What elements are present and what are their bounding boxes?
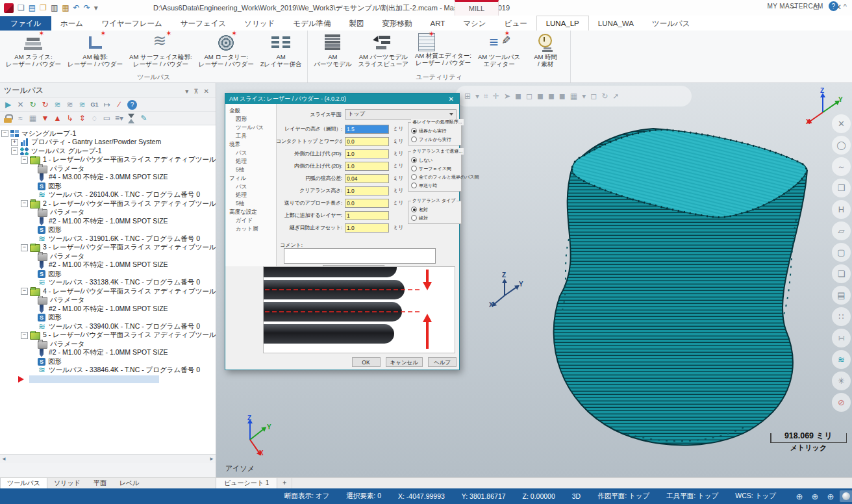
select-assembly-icon[interactable]: ❏ xyxy=(832,264,851,283)
tree-item[interactable]: ≋ツールパス - 33138.4K - T.NC - プログラム番号 0 xyxy=(0,279,216,288)
tree-item[interactable]: #2 - M1.00 不特定 - 1.0MM SPOT SIZE xyxy=(0,349,216,358)
tree-expander[interactable]: − xyxy=(1,130,8,137)
tree-item[interactable]: −ツールパス グループ-1 xyxy=(0,147,216,156)
ribbon-tab-wireframe[interactable]: ワイヤーフレーム xyxy=(92,16,171,31)
ribbon-tab-home[interactable]: ホーム xyxy=(51,16,92,31)
g1-code-icon[interactable]: G1 xyxy=(88,99,101,110)
ribbon-tab-transform[interactable]: 変形移動 xyxy=(373,16,421,31)
select-circle-icon[interactable]: ◯ xyxy=(832,136,851,155)
quick-select-icon[interactable]: ⌗ xyxy=(484,92,488,101)
tree-expander[interactable]: − xyxy=(21,288,28,295)
mastercam-logo[interactable] xyxy=(4,3,14,13)
quick-select-icon[interactable]: ▾ xyxy=(582,92,586,101)
dialog-nav-item[interactable]: ツールパス xyxy=(225,123,276,132)
status-selected-entities[interactable]: 選択要素: 0 xyxy=(346,492,381,501)
quick-select-icon[interactable]: ◼ xyxy=(548,92,555,101)
redo-icon[interactable]: ↷ xyxy=(84,1,90,15)
field-input[interactable] xyxy=(345,186,389,195)
field-input[interactable] xyxy=(345,199,389,208)
tree-expander[interactable]: − xyxy=(21,244,28,251)
ribbon-tab-surfaces[interactable]: サーフェイス xyxy=(171,16,235,31)
am-parts-model-slice-viewer-button[interactable]: AM パーツモデルスライスビューア xyxy=(355,31,412,73)
status-coord-z[interactable]: Z: 0.00000 xyxy=(523,492,555,500)
tree-item[interactable]: −3 - レーザー/パウダー平面スライス アディティブツールパス - [WCS:… xyxy=(0,244,216,253)
quick-select-icon[interactable]: ◼ xyxy=(537,92,544,101)
save-icon[interactable]: ▤ xyxy=(29,1,36,15)
ribbon-tab-luna-lp[interactable]: LUNA_LP xyxy=(536,16,589,31)
scroll-left-icon[interactable]: ◄ xyxy=(1,456,6,462)
tree-expander[interactable]: − xyxy=(11,147,18,155)
tree-item[interactable]: パラメータ xyxy=(0,164,216,173)
tree-item[interactable]: −マシングループ-1 xyxy=(0,129,216,138)
dialog-nav-item[interactable]: パス xyxy=(225,183,276,191)
regenerate-selected-operations-icon[interactable]: ↻ xyxy=(27,99,39,110)
field-input[interactable] xyxy=(345,137,389,146)
status-mode-3d[interactable]: 3D xyxy=(572,492,581,500)
select-pattern-icon[interactable]: ∺ xyxy=(832,329,851,347)
tree-item[interactable]: パラメータ xyxy=(0,208,216,218)
select-solid-icon[interactable]: ▢ xyxy=(832,243,851,262)
tree-expander[interactable]: − xyxy=(21,332,28,339)
customize-quick-access-icon[interactable]: ▾ xyxy=(94,1,98,15)
hidden-line-view-icon[interactable]: ⊕ xyxy=(808,490,821,502)
edit-common-parameters-icon[interactable]: ✎ xyxy=(138,113,150,124)
move-insert-arrow-up-icon[interactable]: ▲ xyxy=(51,113,64,124)
insert-arrow-row[interactable] xyxy=(0,375,216,384)
tree-expander[interactable]: + xyxy=(11,139,18,146)
status-coord-y[interactable]: Y: 3801.86717 xyxy=(462,492,506,500)
save-all-icon[interactable]: ▦ xyxy=(62,1,69,15)
am-slice-button[interactable]: AM スライス:レーザー / パウダー xyxy=(3,31,64,73)
simulate-toolpath-icon[interactable]: ≋ xyxy=(76,99,88,110)
dialog-nav-item[interactable]: フィル xyxy=(225,174,276,183)
tree-item[interactable]: ≋ツールパス - 26104.0K - T.NC - プログラム番号 0 xyxy=(0,191,216,200)
quick-select-icon[interactable]: ◻ xyxy=(590,92,597,101)
my-mastercam-link[interactable]: MY MASTERCAM xyxy=(768,3,823,10)
backplot-toolpath-icon[interactable]: ≋ xyxy=(51,99,64,110)
toggle-posting-icon[interactable]: ▦ xyxy=(27,113,39,124)
quick-select-icon[interactable]: ➤ xyxy=(504,92,510,101)
am-rotary-button[interactable]: AM ロータリー:レーザー / パウダー xyxy=(195,31,257,73)
field-input[interactable] xyxy=(345,174,389,183)
panel-menu-icon[interactable]: ▾ xyxy=(182,88,191,95)
tree-item[interactable]: −1 - レーザー/パウダー平面スライス アディティブツールパス - [WCS:… xyxy=(0,156,216,165)
pin-icon[interactable]: ⊼ xyxy=(191,88,201,95)
cancel-button[interactable]: キャンセル xyxy=(386,357,423,367)
am-zlayer-merge-button[interactable]: AMZレイヤー併合 xyxy=(257,31,305,73)
dialog-nav-item[interactable]: 高度な設定 xyxy=(225,208,276,216)
dialog-close-icon[interactable]: ✕ xyxy=(447,95,455,103)
select-spline-icon[interactable]: ～ xyxy=(832,157,851,176)
am-parts-model-button[interactable]: AMパーツモデル xyxy=(310,31,355,73)
tree-item[interactable]: −4 - レーザー/パウダー平面スライス アディティブツールパス - [WCS:… xyxy=(0,287,216,296)
ribbon-tab-solids[interactable]: ソリッド xyxy=(235,16,284,31)
select-all-operations-icon[interactable]: ▶ xyxy=(2,99,14,110)
field-input[interactable] xyxy=(345,125,389,134)
add-viewsheet-button[interactable]: + xyxy=(277,478,292,489)
graphics-viewport[interactable]: ⊞▾⌗✛➤◼◻◼◼◼▦▾◻↻➚ xyxy=(216,83,852,477)
tree-item[interactable]: S図形 xyxy=(0,357,216,366)
panel-tab-levels[interactable]: レベル xyxy=(113,478,146,489)
dialog-nav-item[interactable]: 境界 xyxy=(225,140,276,149)
machine-simulation-icon[interactable] xyxy=(125,113,138,124)
quick-select-icon[interactable]: ⊞ xyxy=(464,92,471,101)
tree-item[interactable]: #2 - M1.00 不特定 - 1.0MM SPOT SIZE xyxy=(0,261,216,270)
insert-arrow-to-end-icon[interactable]: ↳ xyxy=(64,113,76,124)
window-select-icon[interactable]: ▭ xyxy=(101,113,113,124)
tree-item[interactable]: −2 - レーザー/パウダー平面スライス アディティブツールパス - [WCS:… xyxy=(0,199,216,208)
help-icon[interactable]: ? xyxy=(127,100,137,110)
quick-select-icon[interactable]: ➚ xyxy=(612,92,619,101)
wireframe-view-icon[interactable]: ⊕ xyxy=(793,490,806,502)
tree-item[interactable]: S図形 xyxy=(0,226,216,235)
collapse-ribbon-icon[interactable]: ^ xyxy=(844,3,847,10)
new-file-icon[interactable]: ❏ xyxy=(18,1,25,15)
scroll-insert-arrow-icon[interactable]: ⇕ xyxy=(76,113,88,124)
no-hidden-view-icon[interactable]: ⊕ xyxy=(824,490,837,502)
quick-select-icon[interactable]: ◼ xyxy=(515,92,521,101)
deselect-all-operations-icon[interactable]: ✕ xyxy=(14,99,27,110)
panel-tab-solids[interactable]: ソリッド xyxy=(47,478,87,489)
am-contour-button[interactable]: AM 輪郭:レーザー / パウダー xyxy=(64,31,126,73)
field-input[interactable] xyxy=(345,211,389,220)
close-panel-icon[interactable]: ✕ xyxy=(201,88,212,95)
quick-select-icon[interactable]: ◻ xyxy=(526,92,532,101)
select-group-icon[interactable]: ∷ xyxy=(832,307,851,326)
am-time-material-button[interactable]: AM 時間/ 素材 xyxy=(523,31,568,73)
